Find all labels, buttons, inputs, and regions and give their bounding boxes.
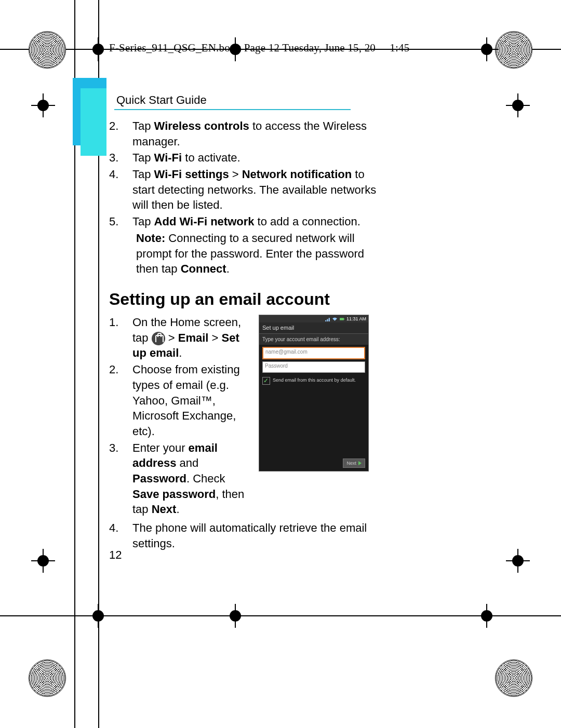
note-block: Note: Connecting to a secured network wi… — [136, 231, 379, 277]
list-item: 2. Tap Wireless controls to access the W… — [109, 118, 379, 149]
step-number: 5. — [109, 214, 132, 230]
wifi-icon — [332, 316, 338, 322]
registration-mark-icon — [495, 31, 532, 69]
list-item: 5. Tap Add Wi-Fi network to add a connec… — [109, 214, 379, 230]
step-number: 4. — [109, 167, 132, 213]
phone-next-label: Next — [346, 460, 356, 466]
step-text: Enter your email address and Password. C… — [132, 440, 249, 517]
email-steps-list-continued: 4. The phone will automatically retrieve… — [109, 520, 379, 551]
page-number: 12 — [109, 547, 122, 563]
step-number: 1. — [109, 315, 132, 361]
signal-icon — [325, 316, 330, 322]
list-item: 1. On the Home screen, tap > Email > Set… — [109, 315, 249, 361]
step-text: Tap Add Wi-Fi network to add a connectio… — [132, 214, 379, 230]
list-item: 4. The phone will automatically retrieve… — [109, 520, 379, 551]
step-text: Tap Wi-Fi settings > Network notificatio… — [132, 167, 379, 213]
divider — [114, 109, 351, 110]
step-number: 2. — [109, 118, 132, 149]
step-text: The phone will automatically retrieve th… — [132, 520, 379, 551]
crop-cross-icon — [506, 549, 530, 573]
crop-cross-icon — [86, 604, 110, 628]
phone-screen-title: Set up email — [259, 322, 368, 334]
content-area: F-Series_911_QSG_EN.book Page 12 Tuesday… — [109, 42, 499, 666]
launcher-icon — [152, 332, 165, 345]
crop-cross-icon — [506, 93, 530, 117]
list-item: 3. Enter your email address and Password… — [109, 440, 249, 517]
phone-password-input: Password — [262, 361, 365, 373]
phone-time: 11:31 AM — [346, 316, 366, 322]
step-number: 3. — [109, 440, 132, 517]
arrow-right-icon — [358, 461, 362, 465]
file-header-time: 1:45 — [390, 42, 409, 54]
file-header-text: F-Series_911_QSG_EN.book Page 12 Tuesday… — [109, 42, 376, 54]
phone-checkbox-label: Send email from this account by default. — [273, 377, 356, 385]
list-item: 2. Choose from existing types of email (… — [109, 362, 249, 439]
email-steps-col: 1. On the Home screen, tap > Email > Set… — [109, 315, 249, 518]
battery-icon — [339, 316, 345, 322]
email-steps-list: 1. On the Home screen, tap > Email > Set… — [109, 315, 249, 517]
wifi-steps-list: 2. Tap Wireless controls to access the W… — [109, 118, 379, 230]
note-text: Connecting to a secured network will pro… — [136, 232, 364, 275]
file-header: F-Series_911_QSG_EN.book Page 12 Tuesday… — [109, 42, 409, 54]
step-text: Tap Wireless controls to access the Wire… — [132, 118, 379, 149]
page: F-Series_911_QSG_EN.book Page 12 Tuesday… — [0, 0, 561, 728]
registration-mark-icon — [29, 659, 66, 697]
tab-decoration — [81, 88, 106, 156]
registration-mark-icon — [495, 659, 532, 697]
phone-email-input: name@gmail.com — [262, 347, 365, 359]
phone-checkbox-row: Send email from this account by default. — [259, 375, 368, 387]
list-item: 4. Tap Wi-Fi settings > Network notifica… — [109, 167, 379, 213]
phone-instruction: Type your account email address: — [259, 334, 368, 345]
svg-rect-0 — [340, 318, 344, 320]
two-column-layout: 1. On the Home screen, tap > Email > Set… — [109, 315, 379, 518]
phone-screenshot: 11:31 AM Set up email Type your account … — [259, 315, 369, 471]
crop-cross-icon — [31, 93, 55, 117]
crop-cross-icon — [86, 37, 110, 61]
step-text: Choose from existing types of email (e.g… — [132, 362, 249, 439]
step-number: 3. — [109, 150, 132, 166]
step-number: 2. — [109, 362, 132, 439]
registration-mark-icon — [29, 31, 66, 69]
phone-next-button: Next — [343, 459, 365, 468]
crop-cross-icon — [31, 549, 55, 573]
section-title: Quick Start Guide — [116, 93, 207, 107]
phone-screenshot-col: 11:31 AM Set up email Type your account … — [259, 315, 369, 471]
checkbox-icon — [262, 377, 270, 385]
heading-email-setup: Setting up an email account — [109, 288, 379, 311]
list-item: 3. Tap Wi-Fi to activate. — [109, 150, 379, 166]
note-label: Note: — [136, 232, 165, 245]
step-text: On the Home screen, tap > Email > Set up… — [132, 315, 249, 361]
body-text: 2. Tap Wireless controls to access the W… — [109, 118, 379, 552]
step-text: Tap Wi-Fi to activate. — [132, 150, 379, 166]
step-number: 4. — [109, 520, 132, 551]
phone-statusbar: 11:31 AM — [259, 315, 368, 322]
svg-rect-1 — [344, 318, 344, 319]
